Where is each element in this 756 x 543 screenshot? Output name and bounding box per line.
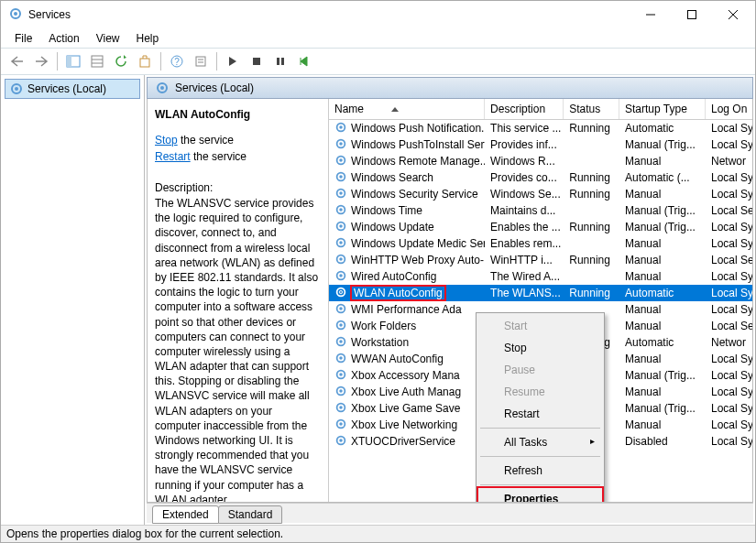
svg-rect-19 (281, 58, 284, 65)
service-row[interactable]: Windows PushToInstall Serv...Provides in… (329, 136, 752, 153)
window-title: Services (28, 8, 71, 21)
maximize-button[interactable] (671, 2, 712, 28)
cm-restart[interactable]: Restart (478, 403, 602, 425)
cm-stop[interactable]: Stop (478, 337, 602, 359)
svg-point-23 (160, 86, 164, 90)
menu-view[interactable]: View (89, 30, 127, 47)
service-row[interactable]: Windows TimeMaintains d...Manual (Trig..… (329, 202, 752, 219)
title-bar: Services (1, 1, 755, 28)
service-row[interactable]: Windows Push Notification...This service… (329, 120, 752, 136)
status-text: Opens the properties dialog box for the … (6, 527, 283, 540)
svg-point-1 (14, 12, 17, 16)
menu-help[interactable]: Help (129, 30, 167, 47)
svg-point-41 (339, 257, 343, 261)
services-list: Name Description Status Startup Type Log… (329, 99, 752, 502)
tab-extended[interactable]: Extended (152, 505, 219, 524)
svg-point-43 (339, 274, 343, 277)
export-list-button[interactable] (86, 50, 108, 72)
tree-node-services-local[interactable]: Services (Local) (5, 79, 140, 99)
gear-icon (334, 319, 347, 334)
minimize-button[interactable] (630, 2, 671, 28)
svg-point-47 (339, 307, 343, 310)
tree-node-label: Services (Local) (27, 82, 106, 95)
service-row[interactable]: Windows Security ServiceWindows Se...Run… (329, 186, 752, 202)
svg-point-29 (339, 158, 343, 162)
svg-rect-11 (140, 59, 149, 67)
gear-icon (334, 170, 347, 186)
properties-button[interactable] (190, 50, 212, 72)
gear-icon (334, 236, 347, 252)
restart-service-button[interactable] (293, 50, 315, 72)
gear-icon (334, 418, 347, 433)
list-header: Name Description Status Startup Type Log… (329, 99, 752, 120)
gear-icon (334, 434, 347, 450)
col-header-description[interactable]: Description (485, 99, 564, 119)
service-row[interactable]: Windows SearchProvides co...RunningAutom… (329, 169, 752, 186)
col-header-status[interactable]: Status (564, 99, 619, 119)
details-header-title: Services (Local) (175, 81, 254, 94)
gear-icon (334, 401, 347, 417)
cm-pause: Pause (478, 359, 602, 381)
details-header: Services (Local) (147, 77, 753, 99)
service-row[interactable]: WinHTTP Web Proxy Auto-...WinHTTP i...Ru… (329, 252, 752, 268)
tree-pane: Services (Local) (1, 75, 145, 525)
menu-action[interactable]: Action (41, 30, 86, 47)
col-header-name[interactable]: Name (329, 99, 485, 119)
svg-point-55 (339, 373, 343, 376)
service-row[interactable]: Windows Remote Manage...Windows R...Manu… (329, 153, 752, 169)
description-label: Description: (155, 181, 321, 194)
svg-point-51 (339, 340, 343, 343)
export-button[interactable] (134, 50, 156, 72)
gear-icon (155, 81, 170, 95)
tab-strip: Extended Standard (147, 503, 753, 523)
gear-icon (334, 220, 347, 235)
start-service-button[interactable] (222, 50, 244, 72)
svg-rect-7 (67, 56, 71, 67)
svg-point-63 (339, 439, 343, 442)
gear-icon (334, 203, 347, 219)
cm-all-tasks[interactable]: All Tasks (478, 431, 602, 453)
gear-icon (334, 352, 347, 367)
gear-icon (334, 253, 347, 268)
menu-file[interactable]: File (7, 30, 39, 47)
close-button[interactable] (712, 2, 753, 28)
service-row[interactable]: WLAN AutoConfigThe WLANS...RunningAutoma… (329, 285, 752, 301)
restart-link[interactable]: Restart (155, 150, 191, 163)
gear-icon (8, 6, 23, 24)
details-pane: Services (Local) WLAN AutoConfig Stop th… (145, 75, 755, 525)
stop-link[interactable]: Stop (155, 134, 178, 147)
svg-point-25 (339, 125, 343, 129)
svg-point-59 (339, 406, 343, 409)
gear-icon (334, 269, 347, 285)
gear-icon (334, 137, 347, 153)
back-button[interactable] (6, 50, 28, 72)
svg-point-49 (339, 323, 343, 327)
gear-icon (334, 154, 347, 169)
refresh-button[interactable] (110, 50, 132, 72)
svg-text:?: ? (174, 57, 180, 67)
service-row[interactable]: Windows Update Medic Ser...Enables rem..… (329, 235, 752, 252)
forward-button[interactable] (30, 50, 52, 72)
service-name: WLAN AutoConfig (155, 108, 321, 121)
menu-bar: File Action View Help (1, 28, 755, 48)
cm-refresh[interactable]: Refresh (478, 460, 602, 482)
gear-icon (334, 187, 347, 202)
svg-point-21 (15, 87, 18, 91)
tab-standard[interactable]: Standard (218, 505, 283, 524)
gear-icon (334, 335, 347, 351)
cm-properties[interactable]: Properties (477, 486, 604, 502)
col-header-startup-type[interactable]: Startup Type (619, 99, 706, 119)
svg-point-35 (339, 208, 343, 212)
col-header-log-on[interactable]: Log On (706, 99, 752, 119)
svg-point-37 (339, 224, 343, 228)
svg-rect-14 (196, 57, 205, 66)
stop-service-button[interactable] (246, 50, 268, 72)
show-hide-tree-button[interactable] (62, 50, 84, 72)
status-bar: Opens the properties dialog box for the … (1, 525, 755, 542)
gear-icon (334, 121, 347, 136)
service-row[interactable]: Wired AutoConfigThe Wired A...ManualLoca… (329, 268, 752, 285)
service-row[interactable]: Windows UpdateEnables the ...RunningManu… (329, 219, 752, 235)
help-button[interactable]: ? (166, 50, 188, 72)
pause-service-button[interactable] (269, 50, 291, 72)
svg-rect-18 (277, 58, 279, 65)
